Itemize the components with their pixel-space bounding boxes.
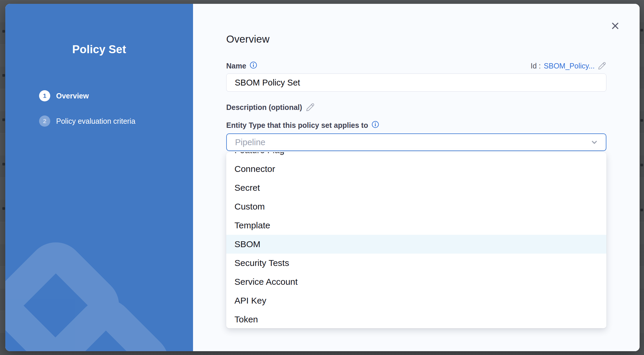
description-label: Description (optional)	[226, 103, 302, 112]
name-label: Name	[226, 62, 246, 70]
name-input[interactable]	[226, 73, 606, 92]
entity-type-placeholder: Pipeline	[235, 138, 265, 147]
backdrop-fragment-dot	[640, 164, 643, 166]
overview-panel: Overview Name Id : SBOM_Policy...	[193, 4, 640, 351]
close-icon[interactable]	[610, 21, 620, 31]
backdrop-fragment-dot	[640, 209, 643, 211]
dropdown-item-label: Service Account	[234, 277, 298, 287]
backdrop-fragment-dot	[2, 118, 5, 121]
dropdown-item[interactable]: Custom	[226, 197, 606, 216]
dropdown-item-label: Template	[234, 220, 270, 230]
entity-type-label: Entity Type that this policy set applies…	[226, 121, 368, 130]
dropdown-item-label: Secret	[234, 183, 260, 193]
dropdown-item[interactable]: Secret	[226, 178, 606, 197]
dropdown-item-label: Custom	[234, 202, 265, 212]
wizard-sidebar: Policy Set 1 Overview 2 Policy evaluatio…	[5, 4, 193, 351]
id-link[interactable]: SBOM_Policy...	[544, 62, 595, 70]
step-overview[interactable]: 1 Overview	[39, 90, 89, 101]
dropdown-item-label: Connector	[234, 164, 275, 174]
id-prefix: Id :	[531, 62, 541, 70]
dropdown-item[interactable]: Connector	[226, 160, 606, 178]
info-icon	[372, 121, 379, 128]
entity-id-group: Id : SBOM_Policy...	[531, 61, 606, 70]
dropdown-item-label: SBOM	[234, 239, 260, 249]
step-policy-evaluation-criteria[interactable]: 2 Policy evaluation criteria	[39, 115, 135, 127]
step-2-label: Policy evaluation criteria	[56, 117, 135, 125]
backdrop-fragment-dot	[2, 207, 5, 210]
dropdown-item[interactable]: Security Tests	[226, 254, 606, 272]
backdrop-fragment-dot	[2, 163, 5, 165]
backdrop-fragment-dot	[640, 29, 643, 31]
wizard-title: Policy Set	[5, 43, 193, 56]
screen: Policy Set 1 Overview 2 Policy evaluatio…	[0, 0, 644, 355]
name-label-row: Name Id : SBOM_Policy...	[226, 61, 606, 70]
backdrop-fragment-dot	[640, 119, 643, 122]
dropdown-item[interactable]: Token	[226, 310, 606, 328]
description-label-row: Description (optional)	[226, 103, 315, 112]
dropdown-item[interactable]: Feature Flag	[226, 152, 606, 160]
entity-type-label-row: Entity Type that this policy set applies…	[226, 121, 379, 130]
backdrop-fragment-dot	[2, 30, 5, 33]
harness-logo-watermark	[5, 4, 193, 351]
dropdown-item[interactable]: API Key	[226, 291, 606, 310]
dropdown-item[interactable]: Template	[226, 216, 606, 235]
dropdown-item[interactable]: Service Account	[226, 272, 606, 291]
policy-set-modal: Policy Set 1 Overview 2 Policy evaluatio…	[5, 4, 640, 351]
info-icon	[250, 61, 257, 69]
step-2-badge: 2	[39, 115, 50, 127]
dropdown-item-label: API Key	[234, 296, 266, 306]
dropdown-item[interactable]: SBOM	[226, 235, 606, 254]
chevron-down-icon	[590, 138, 599, 147]
dropdown-item-label: Token	[234, 314, 258, 324]
step-1-badge: 1	[39, 90, 50, 101]
entity-type-select[interactable]: Pipeline	[226, 133, 606, 151]
edit-description-icon[interactable]	[306, 103, 315, 112]
entity-type-dropdown: Feature Flag Connector Secret Custom Tem…	[226, 152, 606, 328]
backdrop-fragment-dot	[2, 74, 5, 77]
panel-heading: Overview	[226, 33, 269, 45]
dropdown-item-label: Security Tests	[234, 258, 289, 268]
dropdown-item-label: Feature Flag	[234, 152, 284, 155]
dropdown-list: Feature Flag Connector Secret Custom Tem…	[226, 152, 606, 328]
edit-id-icon[interactable]	[598, 61, 606, 70]
step-1-label: Overview	[56, 92, 89, 100]
